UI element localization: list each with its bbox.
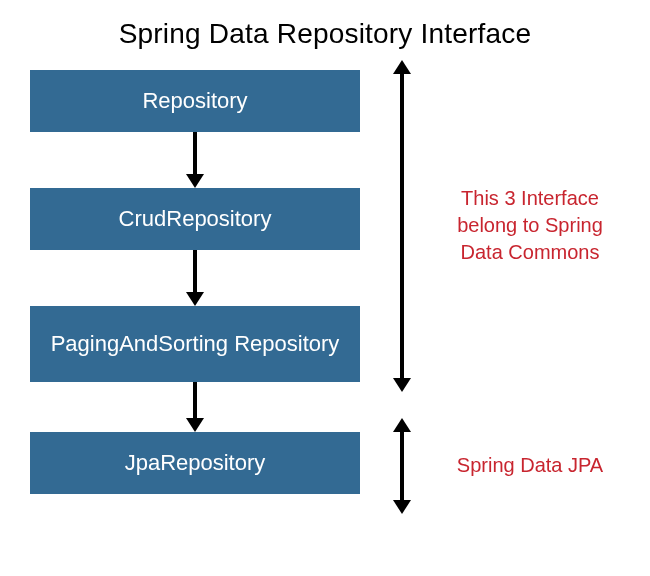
box-crud-label: CrudRepository <box>119 205 272 233</box>
hierarchy-diagram: Repository CrudRepository PagingAndSorti… <box>0 70 650 570</box>
box-jpa-repository: JpaRepository <box>30 432 360 494</box>
annotation-commons: This 3 Interface belong to Spring Data C… <box>445 185 615 266</box>
box-repository-label: Repository <box>142 87 247 115</box>
diagram-title: Spring Data Repository Interface <box>0 0 650 70</box>
arrow-paging-to-jpa <box>190 382 200 432</box>
annotation-jpa: Spring Data JPA <box>445 452 615 479</box>
bracket-commons <box>390 60 414 392</box>
arrow-repository-to-crud <box>190 132 200 188</box>
bracket-jpa <box>390 418 414 514</box>
box-paging-repository: PagingAndSorting Repository <box>30 306 360 382</box>
box-jpa-label: JpaRepository <box>125 449 266 477</box>
arrow-crud-to-paging <box>190 250 200 306</box>
box-crud-repository: CrudRepository <box>30 188 360 250</box>
box-paging-label: PagingAndSorting Repository <box>51 330 340 358</box>
box-repository: Repository <box>30 70 360 132</box>
